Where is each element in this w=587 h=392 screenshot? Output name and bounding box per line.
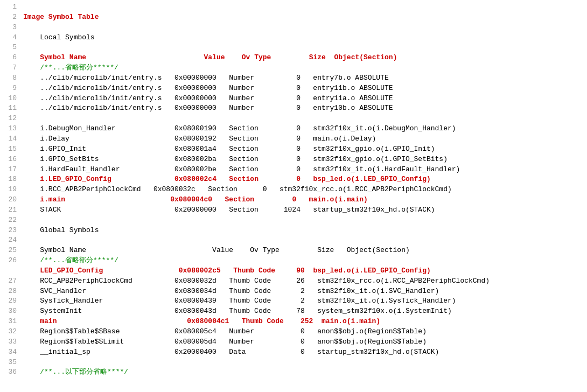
line-content <box>23 358 587 368</box>
line-content: LED_GPIO_Config 0x080002c5 Thumb Code 90… <box>23 266 587 276</box>
line-content: ../clib/microlib/init/entry.s 0x00000000… <box>23 73 587 83</box>
line-number: 30 <box>0 306 23 317</box>
code-segment: main.o(i.main) <box>322 317 380 325</box>
code-segment <box>275 267 296 275</box>
line-content: Region$$Table$$Limit 0x080005d4 Number 0… <box>23 337 587 347</box>
code-segment <box>57 317 187 325</box>
code-segment <box>23 317 40 325</box>
line-content: i.HardFault_Handler 0x080002be Section 0… <box>23 165 587 175</box>
line-content: i.LED_GPIO_Config 0x080002c4 Section 0 b… <box>23 174 587 185</box>
code-segment: ../clib/microlib/init/entry.s 0x00000000… <box>23 84 393 92</box>
table-row: 13 i.DebugMon_Handler 0x08000190 Section… <box>0 124 587 134</box>
code-segment: ../clib/microlib/init/entry.s 0x00000000… <box>23 104 393 112</box>
line-content: ../clib/microlib/init/entry.s 0x00000000… <box>23 94 587 104</box>
line-number: 27 <box>0 276 23 286</box>
code-segment <box>212 195 225 204</box>
code-segment: /**...省略部分*****/ <box>23 64 118 72</box>
table-row: 28 SVC_Handler 0x0800034d Thumb Code 2 s… <box>0 286 587 297</box>
line-number: 36 <box>0 367 23 377</box>
code-segment: i.RCC_APB2PeriphClockCmd 0x0800032c Sect… <box>23 185 452 193</box>
table-row: 7 /**...省略部分*****/ <box>0 63 587 73</box>
table-row: 21 STACK 0x20000000 Section 1024 startup… <box>0 205 587 215</box>
code-segment: Local Symbols <box>23 33 95 41</box>
line-content: ../clib/microlib/init/entry.s 0x00000000… <box>23 103 587 114</box>
code-segment: 0x080002c4 <box>174 175 216 183</box>
line-number: 13 <box>0 124 23 134</box>
line-content: Region$$Table$$Base 0x080005c4 Number 0 … <box>23 327 587 337</box>
line-content: Local Symbols <box>23 33 587 43</box>
table-row: 23 Global Symbols <box>0 226 587 236</box>
line-content: i.GPIO_SetBits 0x080002ba Section 0 stm3… <box>23 155 587 165</box>
line-number: 33 <box>0 337 23 347</box>
code-segment <box>225 53 242 61</box>
table-row: 36 /**...以下部分省略****/ <box>0 367 587 377</box>
table-row: 24 <box>0 235 587 246</box>
code-segment: Object(Section) <box>334 53 397 61</box>
code-segment <box>23 195 40 204</box>
line-content: Image Symbol Table <box>23 12 587 23</box>
line-number: 4 <box>0 33 23 43</box>
code-segment <box>111 175 174 183</box>
table-row: 26 /**...省略部分*****/ <box>0 256 587 266</box>
table-row: 31 main 0x080004c1 Thumb Code 252 main.o… <box>0 317 587 327</box>
code-segment: 90 <box>296 267 305 275</box>
line-number: 34 <box>0 347 23 358</box>
line-content <box>23 114 587 124</box>
code-segment <box>221 267 233 275</box>
code-segment: Value <box>204 53 225 61</box>
code-segment: Ov <box>242 53 250 61</box>
code-segment: ../clib/microlib/init/entry.s 0x00000000… <box>23 74 389 82</box>
table-row: 9 ../clib/microlib/init/entry.s 0x000000… <box>0 83 587 94</box>
code-segment <box>296 195 309 204</box>
line-content: i.DebugMon_Handler 0x08000190 Section 0 … <box>23 124 587 134</box>
line-number: 24 <box>0 235 23 246</box>
code-segment: 0x080004c0 <box>170 195 212 204</box>
code-segment: Size <box>309 53 326 61</box>
line-number: 18 <box>0 174 23 185</box>
line-content: i.RCC_APB2PeriphClockCmd 0x0800032c Sect… <box>23 185 587 195</box>
code-segment: ../clib/microlib/init/entry.s 0x00000000… <box>23 94 393 102</box>
line-number: 8 <box>0 73 23 83</box>
code-segment: 0x080004c1 <box>187 317 229 325</box>
table-row: 30 SystemInit 0x0800043d Thumb Code 78 s… <box>0 306 587 317</box>
line-number: 26 <box>0 256 23 266</box>
code-segment: Image Symbol Table <box>23 13 99 21</box>
line-number: 21 <box>0 205 23 215</box>
code-segment: i.main <box>40 195 65 204</box>
table-row: 33 Region$$Table$$Limit 0x080005d4 Numbe… <box>0 337 587 347</box>
table-row: 4 Local Symbols <box>0 33 587 43</box>
code-segment: 252 <box>301 317 313 325</box>
table-row: 2Image Symbol Table <box>0 12 587 23</box>
code-segment: SVC_Handler 0x0800034d Thumb Code 2 stm3… <box>23 287 439 295</box>
code-segment <box>23 53 40 61</box>
table-row: 22 <box>0 215 587 226</box>
line-content: /**...省略部分*****/ <box>23 256 587 266</box>
line-content: __initial_sp 0x20000400 Data 0 startup_s… <box>23 347 587 358</box>
line-number: 1 <box>0 2 23 12</box>
line-content <box>23 235 587 246</box>
table-row: 25 Symbol Name Value Ov Type Size Object… <box>0 246 587 256</box>
line-number: 14 <box>0 134 23 144</box>
code-segment <box>23 175 40 183</box>
table-row: LED_GPIO_Config 0x080002c5 Thumb Code 90… <box>0 266 587 276</box>
line-content: Symbol Name Value Ov Type Size Object(Se… <box>23 246 587 256</box>
code-segment: STACK 0x20000000 Section 1024 startup_st… <box>23 206 435 214</box>
line-number: 28 <box>0 286 23 297</box>
code-segment <box>326 53 334 61</box>
line-content: SVC_Handler 0x0800034d Thumb Code 2 stm3… <box>23 286 587 297</box>
table-row: 16 i.GPIO_SetBits 0x080002ba Section 0 s… <box>0 155 587 165</box>
line-number: 22 <box>0 215 23 226</box>
code-segment: Global Symbols <box>23 226 99 234</box>
code-segment <box>216 175 229 183</box>
line-number: 2 <box>0 12 23 23</box>
code-segment <box>258 175 296 183</box>
code-segment: bsp_led.o(i.LED_GPIO_Config) <box>313 267 430 275</box>
code-segment: Thumb Code <box>242 317 284 325</box>
line-content: Global Symbols <box>23 226 587 236</box>
table-row: 15 i.GPIO_Init 0x080001a4 Section 0 stm3… <box>0 144 587 155</box>
code-segment: i.HardFault_Handler 0x080002be Section 0… <box>23 165 460 173</box>
line-number: 29 <box>0 296 23 306</box>
code-segment <box>271 53 309 61</box>
line-content: i.GPIO_Init 0x080001a4 Section 0 stm32f1… <box>23 144 587 155</box>
line-number: 32 <box>0 327 23 337</box>
